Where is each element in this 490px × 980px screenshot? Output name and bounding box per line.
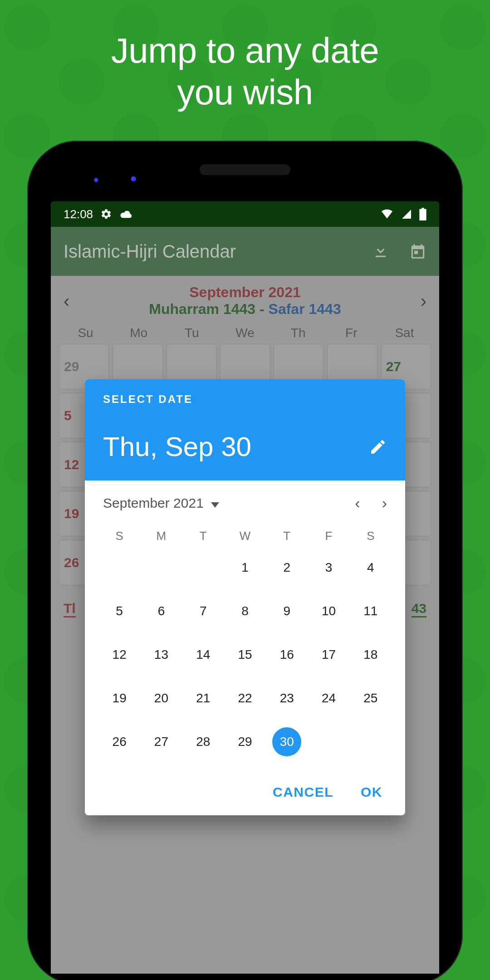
picker-dow-cell: S (98, 529, 140, 543)
cancel-button[interactable]: CANCEL (273, 784, 333, 800)
picker-day-cell (98, 546, 140, 589)
picker-day-cell[interactable]: 15 (224, 633, 266, 676)
phone-camera (93, 176, 104, 188)
picker-day-cell[interactable]: 11 (350, 589, 392, 633)
picker-day-cell[interactable]: 7 (182, 589, 224, 633)
picker-day-cell[interactable]: 23 (266, 676, 308, 720)
picker-day-cell[interactable]: 17 (308, 633, 349, 676)
download-icon[interactable] (372, 243, 389, 260)
app-title: Islamic-Hijri Calendar (64, 241, 236, 262)
calendar-icon[interactable] (409, 243, 426, 260)
picker-prev-month[interactable]: ‹ (355, 494, 360, 512)
status-bar: 12:08 (51, 201, 439, 227)
picker-day-cell[interactable]: 1 (224, 546, 266, 589)
picker-day-cell[interactable]: 8 (224, 589, 266, 633)
picker-day-cell[interactable]: 9 (266, 589, 308, 633)
picker-dow-cell: S (350, 529, 392, 543)
picker-day-cell[interactable]: 6 (140, 589, 182, 633)
picker-day-cell[interactable]: 20 (140, 676, 182, 720)
gear-icon (100, 208, 112, 220)
edit-icon[interactable] (369, 438, 387, 456)
picker-next-month[interactable]: › (382, 494, 387, 512)
picker-day-cell[interactable]: 21 (182, 676, 224, 720)
picker-day-cell (140, 546, 182, 589)
promo-headline: Jump to any dateyou wish (0, 29, 490, 113)
picker-day-cell[interactable]: 22 (224, 676, 266, 720)
picker-day-cell[interactable]: 29 (224, 720, 266, 764)
picker-day-cell[interactable]: 18 (350, 633, 392, 676)
picker-day-cell[interactable]: 26 (98, 720, 140, 764)
picker-calendar-grid: 1234567891011121314151617181920212223242… (85, 546, 405, 773)
picker-dow-cell: W (224, 529, 266, 543)
wifi-icon (380, 209, 394, 220)
picker-dow-cell: F (308, 529, 349, 543)
phone-frame: 12:08 (27, 141, 463, 980)
picker-day-cell[interactable]: 30 (266, 720, 308, 764)
picker-day-cell[interactable]: 3 (308, 546, 349, 589)
picker-dow-cell: T (266, 529, 308, 543)
picker-day-cell[interactable]: 28 (182, 720, 224, 764)
picker-day-cell[interactable]: 4 (350, 546, 392, 589)
battery-icon (419, 208, 426, 220)
phone-camera (129, 174, 144, 190)
picker-day-cell[interactable]: 16 (266, 633, 308, 676)
date-picker-label: SELECT DATE (103, 393, 387, 406)
picker-day-cell[interactable]: 2 (266, 546, 308, 589)
picker-day-cell (350, 720, 392, 764)
date-picker-dialog: SELECT DATE Thu, Sep 30 September 2021 (85, 379, 405, 815)
cloud-icon (119, 209, 133, 219)
picker-dow-cell: M (140, 529, 182, 543)
picker-day-of-week-row: SMTWTFS (85, 516, 405, 546)
picker-day-cell[interactable]: 27 (140, 720, 182, 764)
picker-day-cell[interactable]: 24 (308, 676, 349, 720)
phone-inner: 12:08 (38, 152, 452, 974)
phone-speaker (200, 164, 290, 175)
picker-day-cell[interactable]: 5 (98, 589, 140, 633)
month-year-dropdown[interactable]: September 2021 (103, 495, 219, 511)
picker-day-cell[interactable]: 25 (350, 676, 392, 720)
ok-button[interactable]: OK (361, 784, 382, 800)
picker-day-cell[interactable]: 13 (140, 633, 182, 676)
app-bar: Islamic-Hijri Calendar (51, 227, 439, 276)
status-time: 12:08 (64, 207, 93, 221)
background-calendar: ‹ September 2021 Muharram 1443 - Safar 1… (51, 276, 439, 974)
picker-day-cell[interactable]: 19 (98, 676, 140, 720)
caret-down-icon (211, 495, 219, 511)
picker-day-cell[interactable]: 14 (182, 633, 224, 676)
date-picker-header: SELECT DATE Thu, Sep 30 (85, 379, 405, 480)
signal-icon (401, 209, 412, 220)
selected-date-text: Thu, Sep 30 (103, 431, 251, 462)
picker-day-cell (308, 720, 349, 764)
picker-day-cell[interactable]: 12 (98, 633, 140, 676)
picker-dow-cell: T (182, 529, 224, 543)
picker-day-cell[interactable]: 10 (308, 589, 349, 633)
screen: 12:08 (51, 201, 439, 974)
picker-day-cell (182, 546, 224, 589)
